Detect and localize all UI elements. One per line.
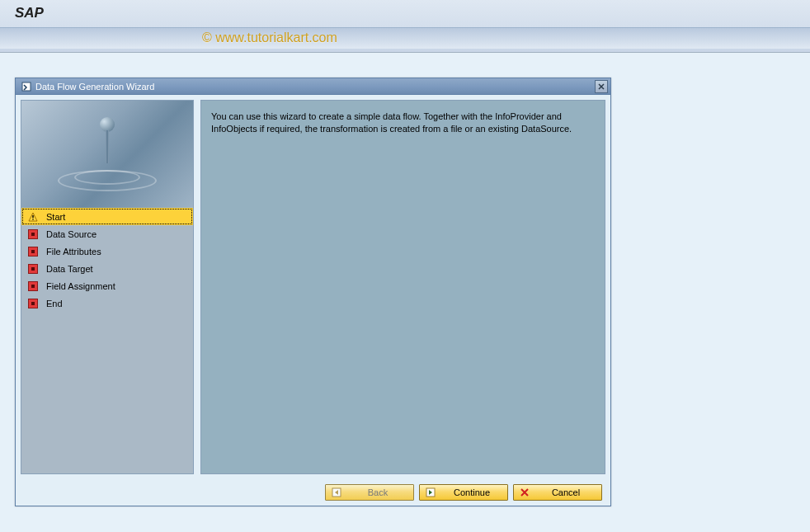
watermark: © www.tutorialkart.com xyxy=(202,31,337,45)
continue-icon xyxy=(425,487,436,498)
steps-list: Start Data Source File Attributes Data T… xyxy=(21,208,193,473)
button-label: Cancel xyxy=(535,487,596,497)
cancel-button[interactable]: Cancel xyxy=(513,484,602,501)
step-end[interactable]: End xyxy=(21,294,193,312)
wizard-titlebar: Data Flow Generation Wizard xyxy=(16,78,610,95)
svg-rect-3 xyxy=(32,219,33,219)
back-icon xyxy=(331,487,342,498)
pending-icon xyxy=(28,281,38,291)
wizard-banner-image xyxy=(21,101,193,208)
header-toolbar xyxy=(0,27,810,49)
step-label: End xyxy=(46,299,63,308)
step-label: Field Assignment xyxy=(46,281,115,291)
step-start[interactable]: Start xyxy=(21,208,193,225)
step-data-target[interactable]: Data Target xyxy=(21,260,193,277)
warning-icon xyxy=(28,212,38,222)
sap-logo: SAP xyxy=(15,5,44,21)
pending-icon xyxy=(28,264,38,274)
cancel-icon xyxy=(519,487,530,498)
pending-icon xyxy=(28,247,38,257)
step-data-source[interactable]: Data Source xyxy=(21,225,193,242)
wizard-title: Data Flow Generation Wizard xyxy=(35,82,595,92)
wizard-button-bar: Back Continue Cancel xyxy=(16,479,610,506)
wizard-icon xyxy=(21,81,32,92)
wizard-body: Start Data Source File Attributes Data T… xyxy=(16,95,610,479)
close-button[interactable] xyxy=(595,80,608,93)
app-header: SAP © www.tutorialkart.com xyxy=(0,0,810,53)
step-label: Start xyxy=(46,212,65,222)
wizard-window: Data Flow Generation Wizard xyxy=(15,78,611,506)
main-area: Data Flow Generation Wizard xyxy=(0,53,810,532)
wizard-left-panel: Start Data Source File Attributes Data T… xyxy=(21,100,194,474)
back-button[interactable]: Back xyxy=(325,484,414,501)
step-label: Data Source xyxy=(46,229,97,239)
pending-icon xyxy=(28,229,38,239)
step-label: Data Target xyxy=(46,264,93,274)
pending-icon xyxy=(28,299,38,308)
step-file-attributes[interactable]: File Attributes xyxy=(21,242,193,260)
button-label: Back xyxy=(347,487,408,497)
continue-button[interactable]: Continue xyxy=(419,484,508,501)
step-field-assignment[interactable]: Field Assignment xyxy=(21,277,193,294)
wizard-description: You can use this wizard to create a simp… xyxy=(211,111,595,136)
wizard-content-panel: You can use this wizard to create a simp… xyxy=(200,100,605,474)
step-label: File Attributes xyxy=(46,247,101,257)
svg-rect-2 xyxy=(32,215,33,218)
button-label: Continue xyxy=(441,487,502,497)
